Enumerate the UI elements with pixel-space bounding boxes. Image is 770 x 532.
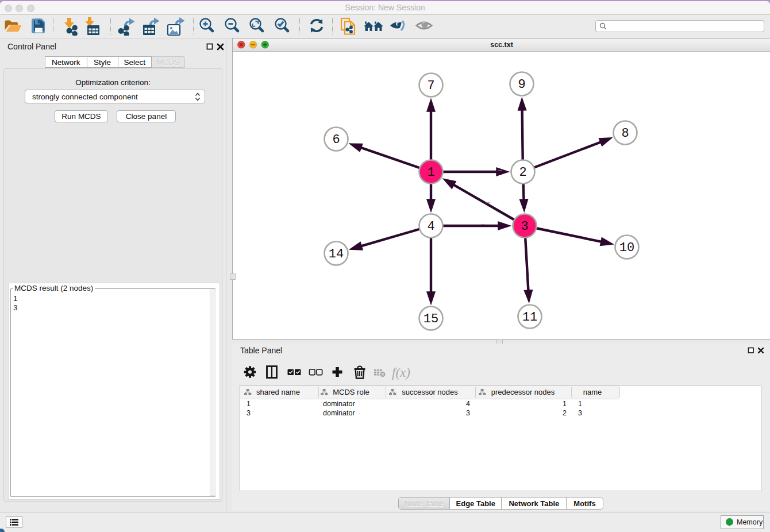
svg-text:2: 2 bbox=[563, 409, 567, 417]
svg-text:7: 7 bbox=[427, 79, 434, 93]
svg-text:6: 6 bbox=[332, 133, 340, 147]
svg-text:predecessor nodes: predecessor nodes bbox=[491, 388, 555, 396]
svg-text:14: 14 bbox=[329, 247, 344, 261]
svg-text:4: 4 bbox=[427, 219, 434, 234]
svg-text:9: 9 bbox=[518, 78, 525, 92]
svg-text:15: 15 bbox=[424, 312, 438, 326]
svg-text:10: 10 bbox=[619, 241, 634, 255]
svg-text:1: 1 bbox=[247, 400, 251, 408]
svg-text:3: 3 bbox=[247, 409, 251, 417]
svg-text:successor nodes: successor nodes bbox=[402, 388, 458, 396]
svg-text:dominator: dominator bbox=[323, 409, 355, 417]
svg-text:2: 2 bbox=[519, 165, 526, 180]
svg-text:11: 11 bbox=[522, 310, 537, 325]
svg-text:shared name: shared name bbox=[256, 388, 300, 396]
svg-text:3: 3 bbox=[466, 409, 470, 417]
svg-text:dominator: dominator bbox=[323, 400, 355, 408]
svg-text:4: 4 bbox=[466, 400, 470, 408]
svg-text:8: 8 bbox=[621, 126, 629, 141]
svg-text:1: 1 bbox=[563, 400, 567, 408]
svg-text:name: name bbox=[583, 388, 602, 396]
svg-text:1: 1 bbox=[427, 165, 434, 180]
svg-text:3: 3 bbox=[521, 219, 528, 234]
svg-text:1: 1 bbox=[578, 400, 582, 408]
svg-text:MCDS role: MCDS role bbox=[333, 388, 369, 396]
svg-text:3: 3 bbox=[578, 409, 582, 417]
svg-text:f(x): f(x) bbox=[392, 365, 410, 380]
